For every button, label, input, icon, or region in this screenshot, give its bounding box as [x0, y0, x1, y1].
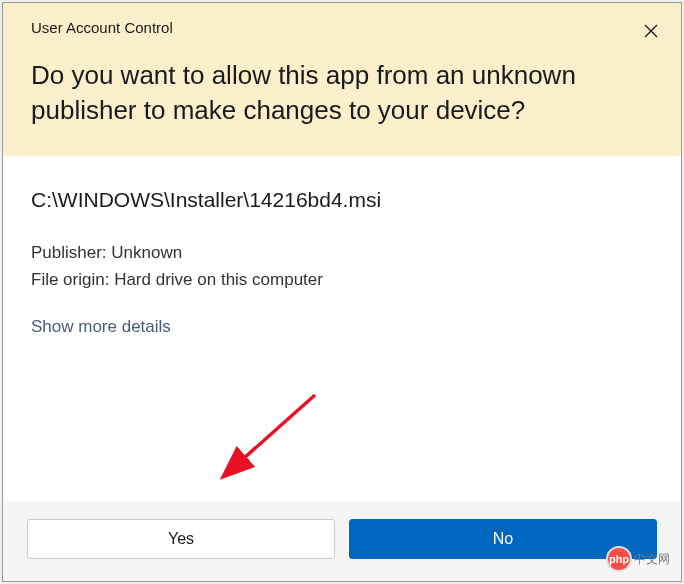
show-more-details-link[interactable]: Show more details: [31, 317, 171, 337]
watermark-logo-icon: php: [606, 546, 632, 572]
file-path: C:\WINDOWS\Installer\14216bd4.msi: [31, 188, 653, 212]
file-origin-info: File origin: Hard drive on this computer: [31, 267, 653, 293]
dialog-body: C:\WINDOWS\Installer\14216bd4.msi Publis…: [3, 156, 681, 501]
uac-dialog: User Account Control Do you want to allo…: [2, 2, 682, 582]
dialog-question: Do you want to allow this app from an un…: [31, 58, 653, 128]
yes-button[interactable]: Yes: [27, 519, 335, 559]
watermark: php 中文网: [606, 546, 670, 572]
watermark-text: 中文网: [634, 551, 670, 568]
close-icon: [644, 24, 658, 38]
dialog-title: User Account Control: [31, 19, 653, 36]
close-button[interactable]: [641, 21, 661, 41]
dialog-footer: Yes No: [3, 501, 681, 581]
publisher-info: Publisher: Unknown: [31, 240, 653, 266]
dialog-header: User Account Control Do you want to allo…: [3, 3, 681, 156]
